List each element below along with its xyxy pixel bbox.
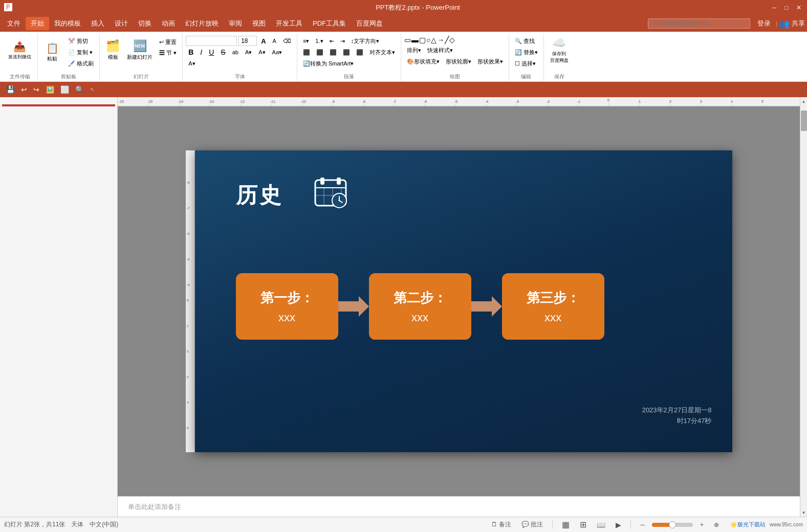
circle-shape[interactable]: ○	[426, 36, 430, 44]
send-to-wechat-button[interactable]: 📤 发送到微信	[5, 36, 34, 64]
slide-thumbnail-5[interactable]: 5 E=mc² 此处用内容描述 在这里添加描述文字，此内容仅供参考 2023年2…	[2, 120, 115, 122]
reset-button[interactable]: ↩ 重置	[157, 37, 179, 47]
qa-save-button[interactable]: 💾	[4, 84, 17, 95]
menu-mytemplate[interactable]: 我的模板	[49, 17, 86, 30]
qa-shape-button[interactable]: ⬜	[58, 84, 71, 95]
font-size-down-button[interactable]: A	[270, 36, 279, 46]
qa-undo-button[interactable]: ↩	[19, 84, 29, 95]
notes-toggle-button[interactable]: 🗒 备注	[488, 519, 514, 530]
slide-thumbnail-1[interactable]: 1 🔊 ↙ 🛡️ 📷 历史记录中的著名事件 通过历史数据，了解历史发展的规律和趋…	[2, 99, 115, 101]
select-button[interactable]: ☐ 选择▾	[512, 58, 540, 69]
qa-redo-button[interactable]: ↪	[31, 84, 41, 95]
share-button[interactable]: 👥 共享	[779, 19, 805, 29]
menu-pdftools[interactable]: PDF工具集	[308, 17, 351, 30]
justify-button[interactable]: ⬛	[340, 47, 353, 57]
font-name-input[interactable]	[186, 36, 237, 46]
process-box-2[interactable]: 第二步： xxx	[369, 273, 471, 340]
process-box-3[interactable]: 第三步： xxx	[502, 273, 604, 340]
slideshow-button[interactable]: ▶	[613, 520, 624, 530]
menu-design[interactable]: 设计	[110, 17, 133, 30]
line-shape[interactable]: ╱	[445, 36, 449, 44]
font-color-button[interactable]: A▾	[243, 47, 254, 57]
close-button[interactable]: ✕	[795, 4, 803, 12]
align-right-button[interactable]: ⬛	[327, 47, 339, 57]
fit-page-button[interactable]: ⊕	[711, 520, 722, 529]
slide-title-text[interactable]: 历史	[236, 181, 283, 210]
decrease-indent-button[interactable]: ⇤	[327, 36, 337, 46]
section-button[interactable]: ☰ 节 ▾	[157, 48, 179, 58]
replace-button[interactable]: 🔄 替换▾	[512, 47, 540, 57]
reading-view-button[interactable]: 📖	[594, 520, 608, 530]
menu-slideshow[interactable]: 幻灯片放映	[180, 17, 224, 30]
process-box-1[interactable]: 第一步： xxx	[236, 273, 338, 340]
menu-insert[interactable]: 插入	[86, 17, 110, 30]
char-spacing-button[interactable]: A▾	[256, 47, 268, 57]
canvas-scroll[interactable]: -9 -8 -7 -6 -5 -4 0 1 2 3 4 5	[118, 106, 800, 496]
text-direction-button[interactable]: ↕文字方向▾	[348, 36, 382, 46]
copy-button[interactable]: 📄 复制 ▾	[66, 47, 96, 57]
download-watermark[interactable]: 🌟极光下载站	[730, 521, 766, 528]
format-brush-button[interactable]: 🖌️ 格式刷	[66, 58, 96, 69]
slide-thumbnail-4[interactable]: 4 历史事件的重要人物的姓名 生平经历与主要成就 2023年2月27日	[2, 115, 115, 117]
shape-outline-button[interactable]: 形状轮廓▾	[443, 56, 474, 66]
shape-effect-button[interactable]: 形状效果▾	[475, 56, 506, 66]
font-size-input[interactable]	[238, 36, 257, 46]
increase-indent-button[interactable]: ⇥	[338, 36, 347, 46]
slide-thumbnail-6[interactable]: 6 读书的意义，是让我们能够站在别人的肩膀上，看到更远的风景，过一个更丰富的人生…	[2, 125, 115, 127]
save-to-baidu-button[interactable]: ☁️ 保存到百度网盘	[547, 36, 572, 64]
paste-button[interactable]: 📋 粘贴	[41, 38, 63, 66]
font-lang-button[interactable]: Aa▾	[270, 47, 285, 57]
quick-styles-button[interactable]: 快速样式▾	[425, 45, 455, 55]
menu-review[interactable]: 审阅	[224, 17, 247, 30]
menu-start[interactable]: 开始	[26, 17, 49, 30]
qa-image-button[interactable]: 🖼️	[43, 84, 56, 95]
font-size-up-button[interactable]: A	[258, 36, 268, 46]
convert-smartart-button[interactable]: 🔄转换为 SmartArt▾	[300, 58, 356, 69]
zoom-out-button[interactable]: ─	[637, 520, 648, 529]
align-center-button[interactable]: ⬛	[314, 47, 326, 57]
menu-transition[interactable]: 切换	[133, 17, 157, 30]
find-button[interactable]: 🔍 查找	[512, 36, 540, 46]
strikethrough-button[interactable]: S	[218, 47, 228, 57]
qa-zoom-button[interactable]: 🔍	[73, 84, 86, 95]
rect2-shape[interactable]: ▬	[411, 36, 419, 44]
align-text2-button[interactable]: 对齐文本▾	[367, 47, 398, 57]
bullets-button[interactable]: ≡▾	[300, 36, 312, 46]
align-text-button[interactable]: ⬛	[354, 47, 366, 57]
menu-baiduyun[interactable]: 百度网盘	[351, 17, 388, 30]
menu-animation[interactable]: 动画	[157, 17, 180, 30]
rect-shape[interactable]: ▭	[404, 36, 411, 44]
login-button[interactable]: 登录	[754, 18, 774, 29]
normal-view-button[interactable]: ▦	[559, 519, 573, 530]
numbering-button[interactable]: 1.▾	[313, 36, 325, 46]
new-slide-button[interactable]: 🆕 新建幻灯片	[124, 36, 156, 64]
align-left-button[interactable]: ⬛	[300, 47, 313, 57]
comments-toggle-button[interactable]: 💬 批注	[518, 519, 546, 530]
italic-button[interactable]: I	[198, 47, 205, 57]
slide-thumbnail-3[interactable]: 3 历史 🏛️ 2023年2月27日	[2, 109, 115, 112]
zoom-in-button[interactable]: +	[697, 520, 707, 529]
vertical-scrollbar[interactable]: ▲ ▼	[800, 97, 807, 517]
triangle-shape[interactable]: △	[431, 36, 437, 44]
underline-button[interactable]: U	[206, 47, 216, 57]
clear-format-button[interactable]: ⌫	[280, 36, 294, 46]
maximize-button[interactable]: □	[782, 4, 791, 12]
slide-sorter-button[interactable]: ⊞	[577, 519, 590, 530]
arrow-shape[interactable]: →	[437, 36, 444, 44]
template-button[interactable]: 🗂️ 模板	[103, 36, 123, 64]
zoom-slider[interactable]	[652, 523, 693, 527]
main-slide[interactable]: 历史	[195, 150, 732, 452]
search-input[interactable]	[648, 18, 750, 29]
minimize-button[interactable]: ─	[770, 4, 778, 12]
diamond-shape[interactable]: ◇	[449, 36, 455, 44]
menu-devtools[interactable]: 开发工具	[271, 17, 308, 30]
bold-button[interactable]: B	[186, 47, 196, 57]
menu-file[interactable]: 文件	[2, 17, 26, 30]
highlight-button[interactable]: A▾	[186, 58, 198, 69]
shape-fill-button[interactable]: 🎨形状填充▾	[404, 56, 442, 66]
menu-view[interactable]: 视图	[247, 17, 271, 30]
notes-area[interactable]: 单击此处添加备注	[118, 496, 800, 517]
shadow-button[interactable]: ab	[230, 47, 241, 57]
cut-button[interactable]: ✂️ 剪切	[66, 36, 96, 46]
slide-thumbnail-2[interactable]: 2 历史 📅 🏛️ 第一步： xxx ▶ 第二步： xxx ▶	[2, 104, 115, 106]
